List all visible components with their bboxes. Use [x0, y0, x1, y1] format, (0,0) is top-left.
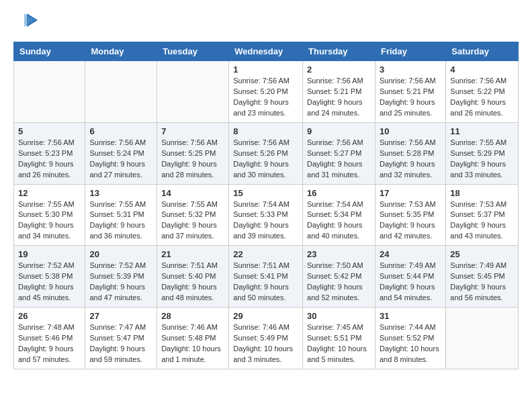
- day-info: Sunrise: 7:55 AMSunset: 5:32 PMDaylight:…: [161, 199, 224, 242]
- day-info: Sunrise: 7:46 AMSunset: 5:48 PMDaylight:…: [161, 322, 224, 365]
- calendar-cell: 22Sunrise: 7:51 AMSunset: 5:41 PMDayligh…: [229, 246, 303, 308]
- day-info: Sunrise: 7:56 AMSunset: 5:22 PMDaylight:…: [450, 76, 514, 119]
- day-info: Sunrise: 7:45 AMSunset: 5:51 PMDaylight:…: [307, 322, 371, 365]
- calendar-week-row-5: 26Sunrise: 7:48 AMSunset: 5:46 PMDayligh…: [14, 308, 519, 369]
- day-number: 4: [450, 64, 514, 75]
- day-info: Sunrise: 7:52 AMSunset: 5:38 PMDaylight:…: [18, 261, 81, 304]
- calendar-cell: 1Sunrise: 7:56 AMSunset: 5:20 PMDaylight…: [229, 61, 303, 123]
- day-number: 5: [18, 126, 81, 136]
- calendar-cell: 2Sunrise: 7:56 AMSunset: 5:21 PMDaylight…: [303, 61, 375, 123]
- calendar-cell: 5Sunrise: 7:56 AMSunset: 5:23 PMDaylight…: [14, 122, 85, 184]
- day-number: 7: [161, 126, 224, 136]
- weekday-header-tuesday: Tuesday: [157, 42, 229, 61]
- calendar-cell: [157, 61, 229, 123]
- calendar-cell: 11Sunrise: 7:55 AMSunset: 5:29 PMDayligh…: [446, 122, 519, 184]
- day-number: 15: [233, 188, 298, 198]
- calendar-week-row-1: 1Sunrise: 7:56 AMSunset: 5:20 PMDaylight…: [14, 61, 519, 123]
- weekday-header-friday: Friday: [375, 42, 445, 61]
- day-info: Sunrise: 7:51 AMSunset: 5:41 PMDaylight:…: [233, 261, 298, 304]
- day-info: Sunrise: 7:51 AMSunset: 5:40 PMDaylight:…: [161, 261, 224, 304]
- calendar-cell: 15Sunrise: 7:54 AMSunset: 5:33 PMDayligh…: [229, 184, 303, 246]
- day-number: 11: [450, 126, 514, 136]
- day-number: 18: [450, 188, 514, 198]
- day-info: Sunrise: 7:56 AMSunset: 5:21 PMDaylight:…: [380, 76, 441, 119]
- calendar-cell: [14, 61, 85, 123]
- day-number: 16: [307, 188, 371, 198]
- weekday-header-saturday: Saturday: [446, 42, 519, 61]
- calendar-cell: 21Sunrise: 7:51 AMSunset: 5:40 PMDayligh…: [157, 246, 229, 308]
- calendar-cell: 26Sunrise: 7:48 AMSunset: 5:46 PMDayligh…: [14, 308, 85, 369]
- calendar-cell: 14Sunrise: 7:55 AMSunset: 5:32 PMDayligh…: [157, 184, 229, 246]
- day-number: 1: [233, 64, 298, 75]
- calendar-cell: 8Sunrise: 7:56 AMSunset: 5:26 PMDaylight…: [229, 122, 303, 184]
- day-number: 9: [307, 126, 371, 136]
- day-info: Sunrise: 7:50 AMSunset: 5:42 PMDaylight:…: [307, 261, 371, 304]
- calendar-cell: 28Sunrise: 7:46 AMSunset: 5:48 PMDayligh…: [157, 308, 229, 369]
- day-info: Sunrise: 7:56 AMSunset: 5:25 PMDaylight:…: [161, 138, 224, 181]
- day-info: Sunrise: 7:48 AMSunset: 5:46 PMDaylight:…: [18, 322, 81, 365]
- weekday-header-sunday: Sunday: [14, 42, 85, 61]
- calendar-cell: 6Sunrise: 7:56 AMSunset: 5:24 PMDaylight…: [85, 122, 157, 184]
- calendar-cell: 9Sunrise: 7:56 AMSunset: 5:27 PMDaylight…: [303, 122, 375, 184]
- calendar-cell: [85, 61, 157, 123]
- day-info: Sunrise: 7:54 AMSunset: 5:33 PMDaylight:…: [233, 199, 298, 242]
- day-info: Sunrise: 7:53 AMSunset: 5:35 PMDaylight:…: [380, 199, 441, 242]
- day-info: Sunrise: 7:47 AMSunset: 5:47 PMDaylight:…: [89, 322, 152, 365]
- calendar-cell: 4Sunrise: 7:56 AMSunset: 5:22 PMDaylight…: [446, 61, 519, 123]
- day-number: 13: [89, 188, 152, 198]
- calendar-cell: 24Sunrise: 7:49 AMSunset: 5:44 PMDayligh…: [375, 246, 445, 308]
- page: SundayMondayTuesdayWednesdayThursdayFrid…: [0, 0, 532, 380]
- day-number: 28: [161, 311, 224, 321]
- calendar-week-row-4: 19Sunrise: 7:52 AMSunset: 5:38 PMDayligh…: [14, 246, 519, 308]
- calendar-table: SundayMondayTuesdayWednesdayThursdayFrid…: [13, 42, 519, 369]
- calendar-cell: 23Sunrise: 7:50 AMSunset: 5:42 PMDayligh…: [303, 246, 375, 308]
- calendar-week-row-3: 12Sunrise: 7:55 AMSunset: 5:30 PMDayligh…: [14, 184, 519, 246]
- day-number: 21: [161, 249, 224, 259]
- day-number: 17: [380, 188, 441, 198]
- day-number: 8: [233, 126, 298, 136]
- day-number: 20: [89, 249, 152, 259]
- weekday-header-wednesday: Wednesday: [229, 42, 303, 61]
- calendar-cell: 17Sunrise: 7:53 AMSunset: 5:35 PMDayligh…: [375, 184, 445, 246]
- weekday-header-monday: Monday: [85, 42, 157, 61]
- calendar-cell: 16Sunrise: 7:54 AMSunset: 5:34 PMDayligh…: [303, 184, 375, 246]
- day-number: 2: [307, 64, 371, 75]
- day-number: 19: [18, 249, 81, 259]
- day-info: Sunrise: 7:55 AMSunset: 5:30 PMDaylight:…: [18, 199, 81, 242]
- day-number: 22: [233, 249, 298, 259]
- calendar-cell: 30Sunrise: 7:45 AMSunset: 5:51 PMDayligh…: [303, 308, 375, 369]
- calendar-cell: 7Sunrise: 7:56 AMSunset: 5:25 PMDaylight…: [157, 122, 229, 184]
- day-number: 27: [89, 311, 152, 321]
- day-number: 26: [18, 311, 81, 321]
- calendar-cell: 27Sunrise: 7:47 AMSunset: 5:47 PMDayligh…: [85, 308, 157, 369]
- day-number: 14: [161, 188, 224, 198]
- day-info: Sunrise: 7:55 AMSunset: 5:29 PMDaylight:…: [450, 138, 514, 181]
- calendar-cell: 31Sunrise: 7:44 AMSunset: 5:52 PMDayligh…: [375, 308, 445, 369]
- day-number: 24: [380, 249, 441, 259]
- day-number: 29: [233, 311, 298, 321]
- calendar-cell: [446, 308, 519, 369]
- day-number: 3: [380, 64, 441, 75]
- calendar-cell: 29Sunrise: 7:46 AMSunset: 5:49 PMDayligh…: [229, 308, 303, 369]
- day-number: 23: [307, 249, 371, 259]
- calendar-cell: 20Sunrise: 7:52 AMSunset: 5:39 PMDayligh…: [85, 246, 157, 308]
- calendar-cell: 3Sunrise: 7:56 AMSunset: 5:21 PMDaylight…: [375, 61, 445, 123]
- day-info: Sunrise: 7:46 AMSunset: 5:49 PMDaylight:…: [233, 322, 298, 365]
- day-info: Sunrise: 7:56 AMSunset: 5:27 PMDaylight:…: [307, 138, 371, 181]
- day-info: Sunrise: 7:44 AMSunset: 5:52 PMDaylight:…: [380, 322, 441, 365]
- day-info: Sunrise: 7:54 AMSunset: 5:34 PMDaylight:…: [307, 199, 371, 242]
- day-info: Sunrise: 7:55 AMSunset: 5:31 PMDaylight:…: [89, 199, 152, 242]
- day-info: Sunrise: 7:56 AMSunset: 5:20 PMDaylight:…: [233, 76, 298, 119]
- weekday-header-thursday: Thursday: [303, 42, 375, 61]
- day-info: Sunrise: 7:56 AMSunset: 5:21 PMDaylight:…: [307, 76, 371, 119]
- calendar-week-row-2: 5Sunrise: 7:56 AMSunset: 5:23 PMDaylight…: [14, 122, 519, 184]
- calendar-cell: 18Sunrise: 7:53 AMSunset: 5:37 PMDayligh…: [446, 184, 519, 246]
- day-number: 31: [380, 311, 441, 321]
- logo: [13, 11, 39, 35]
- calendar-cell: 19Sunrise: 7:52 AMSunset: 5:38 PMDayligh…: [14, 246, 85, 308]
- day-info: Sunrise: 7:56 AMSunset: 5:23 PMDaylight:…: [18, 138, 81, 181]
- weekday-header-row: SundayMondayTuesdayWednesdayThursdayFrid…: [14, 42, 519, 61]
- header: [13, 11, 519, 35]
- day-number: 12: [18, 188, 81, 198]
- day-info: Sunrise: 7:49 AMSunset: 5:45 PMDaylight:…: [450, 261, 514, 304]
